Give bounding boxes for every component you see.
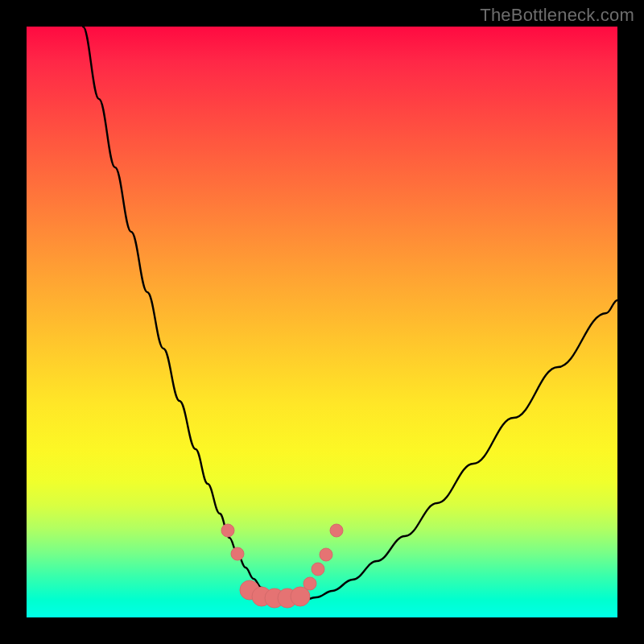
- pt-right-1: [303, 577, 316, 590]
- outer-frame: TheBottleneck.com: [0, 0, 644, 644]
- pt-right-3: [320, 548, 332, 561]
- pt-left-upper: [221, 524, 234, 537]
- pt-right-2: [312, 563, 324, 576]
- plot-area: [27, 27, 617, 617]
- chart-svg: [27, 27, 617, 617]
- pt-right-upper: [330, 524, 343, 537]
- curve-markers: [221, 524, 343, 608]
- pt-left-lower: [231, 547, 244, 560]
- watermark-text: TheBottleneck.com: [480, 5, 634, 26]
- bottleneck-curve: [83, 27, 617, 601]
